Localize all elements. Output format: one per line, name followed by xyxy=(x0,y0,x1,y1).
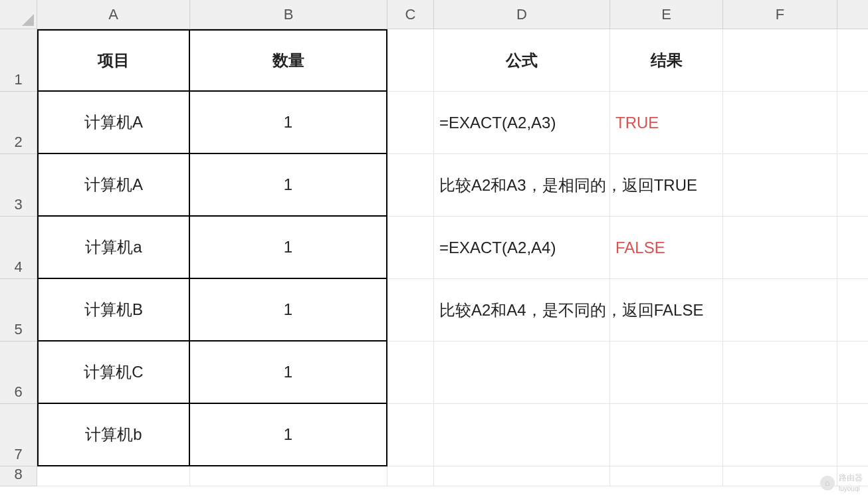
cell-F4[interactable] xyxy=(723,217,837,279)
cell-B7[interactable]: 1 xyxy=(190,404,387,466)
cell-C2[interactable] xyxy=(387,92,434,154)
cell-C8[interactable] xyxy=(387,466,434,486)
cell-D1[interactable]: 公式 xyxy=(434,29,610,92)
watermark-text: 路由器 xyxy=(839,473,863,482)
row-header-4[interactable]: 4 xyxy=(0,217,37,279)
row-header-7[interactable]: 7 xyxy=(0,404,37,466)
col-header-D[interactable]: D xyxy=(434,0,610,29)
cell-C1[interactable] xyxy=(387,29,434,92)
cell-C4[interactable] xyxy=(387,217,434,279)
cell-A3[interactable]: 计算机A xyxy=(37,154,190,217)
cell-A6[interactable]: 计算机C xyxy=(37,342,190,404)
cell-E6[interactable] xyxy=(610,342,723,404)
cell-G5[interactable] xyxy=(837,279,868,342)
cell-D3[interactable]: 比较A2和A3，是相同的，返回TRUE xyxy=(434,154,837,217)
cell-C3[interactable] xyxy=(387,154,434,217)
cell-A7[interactable]: 计算机b xyxy=(37,404,190,466)
cell-F6[interactable] xyxy=(723,342,837,404)
col-header-F[interactable]: F xyxy=(723,0,837,29)
cell-A4[interactable]: 计算机a xyxy=(37,217,190,279)
col-header-G[interactable]: G xyxy=(837,0,868,29)
router-icon: ⌂ xyxy=(820,476,835,490)
row-header-3[interactable]: 3 xyxy=(0,154,37,217)
cell-D2[interactable]: =EXACT(A2,A3) xyxy=(434,92,610,154)
cell-A1[interactable]: 项目 xyxy=(37,29,190,92)
cell-B3[interactable]: 1 xyxy=(190,154,387,217)
cell-B1[interactable]: 数量 xyxy=(190,29,387,92)
spreadsheet: A B C D E F G 1 2 3 4 5 6 7 8 项目数量计算机A1计… xyxy=(0,0,868,497)
col-header-E[interactable]: E xyxy=(610,0,723,29)
cell-B5[interactable]: 1 xyxy=(190,279,387,342)
cell-A2[interactable]: 计算机A xyxy=(37,92,190,154)
cell-E4[interactable]: FALSE xyxy=(610,217,723,279)
cell-G4[interactable] xyxy=(837,217,868,279)
cell-C5[interactable] xyxy=(387,279,434,342)
column-headers: A B C D E F G xyxy=(0,0,868,29)
cell-B2[interactable]: 1 xyxy=(190,92,387,154)
watermark: ⌂ 路由器 luyouqi xyxy=(820,472,863,493)
cell-D8[interactable] xyxy=(434,466,610,486)
cell-F1[interactable] xyxy=(723,29,837,92)
cell-G2[interactable] xyxy=(837,92,868,154)
row-header-8[interactable]: 8 xyxy=(0,466,37,486)
row-headers: 1 2 3 4 5 6 7 8 xyxy=(0,29,37,486)
col-header-B[interactable]: B xyxy=(190,0,387,29)
cell-E1[interactable]: 结果 xyxy=(610,29,723,92)
cell-G7[interactable] xyxy=(837,404,868,466)
cell-D4[interactable]: =EXACT(A2,A4) xyxy=(434,217,610,279)
col-header-C[interactable]: C xyxy=(387,0,434,29)
cell-F7[interactable] xyxy=(723,404,837,466)
cell-A5[interactable]: 计算机B xyxy=(37,279,190,342)
cell-F2[interactable] xyxy=(723,92,837,154)
cell-C7[interactable] xyxy=(387,404,434,466)
cell-B4[interactable]: 1 xyxy=(190,217,387,279)
watermark-sub: luyouqi xyxy=(839,485,860,492)
cell-A8[interactable] xyxy=(37,466,190,486)
cell-B6[interactable]: 1 xyxy=(190,342,387,404)
select-all-corner[interactable] xyxy=(0,0,37,29)
cell-G6[interactable] xyxy=(837,342,868,404)
cell-E8[interactable] xyxy=(610,466,723,486)
cell-G3[interactable] xyxy=(837,154,868,217)
cell-B8[interactable] xyxy=(190,466,387,486)
cell-E2[interactable]: TRUE xyxy=(610,92,723,154)
cell-D5[interactable]: 比较A2和A4，是不同的，返回FALSE xyxy=(434,279,837,342)
row-header-6[interactable]: 6 xyxy=(0,342,37,404)
cell-D7[interactable] xyxy=(434,404,610,466)
row-header-1[interactable]: 1 xyxy=(0,29,37,92)
cell-D6[interactable] xyxy=(434,342,610,404)
row-header-2[interactable]: 2 xyxy=(0,92,37,154)
row-header-5[interactable]: 5 xyxy=(0,279,37,342)
col-header-A[interactable]: A xyxy=(37,0,190,29)
cell-G1[interactable] xyxy=(837,29,868,92)
cell-E7[interactable] xyxy=(610,404,723,466)
cell-C6[interactable] xyxy=(387,342,434,404)
